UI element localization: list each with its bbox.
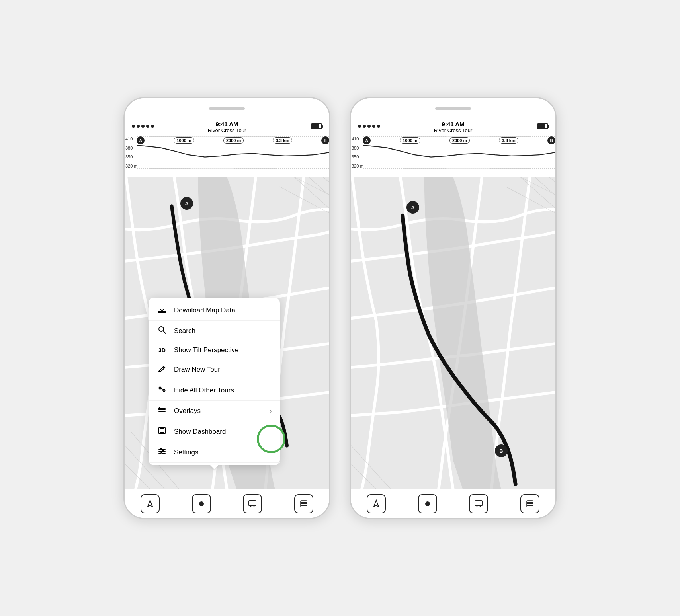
menu-item-hide[interactable]: Hide All Other Tours [149, 380, 280, 401]
battery-1 [311, 123, 322, 129]
overlays-icon [156, 405, 168, 416]
map-svg-bg-2 [351, 177, 555, 489]
dashboard-icon [156, 426, 168, 437]
point-a-elev-2: A [363, 136, 371, 144]
tab-chat-1[interactable] [243, 494, 262, 513]
point-b-elev-1: B [321, 136, 329, 144]
svg-rect-22 [160, 429, 164, 433]
search-icon [156, 326, 168, 336]
elevation-chart-1: 410 380 350 320 m A 100 [125, 133, 329, 177]
tab-list-1[interactable] [294, 494, 313, 513]
elevation-chart-2: 410 380 350 320 m A 1000 m 2000 [351, 133, 555, 177]
tab-chat-2[interactable] [469, 494, 488, 513]
map-area-1[interactable]: A Download Map Data [125, 177, 329, 489]
nav-title-1: River Cross Tour [125, 127, 329, 133]
download-icon [156, 305, 168, 316]
chevron-right-icon: › [270, 407, 272, 415]
svg-line-11 [163, 331, 166, 333]
svg-point-28 [162, 451, 164, 452]
status-bar-1: 9:41 AM River Cross Tour [125, 119, 329, 133]
svg-line-12 [163, 367, 164, 368]
status-bar-2: 9:41 AM River Cross Tour [351, 119, 555, 133]
menu-item-download[interactable]: Download Map Data [149, 300, 280, 321]
svg-point-32 [199, 501, 204, 506]
menu-label-settings: Settings [174, 448, 198, 456]
tab-record-2[interactable] [418, 494, 437, 513]
waypoint-a-2: A [406, 201, 419, 214]
hide-tours-icon [156, 385, 168, 396]
phone-content-1: 9:41 AM River Cross Tour 410 380 350 320… [125, 119, 329, 518]
menu-label-download: Download Map Data [174, 306, 235, 314]
menu-tail [210, 465, 218, 469]
svg-point-47 [425, 501, 430, 506]
point-a-elev-1: A [137, 136, 145, 144]
phone-top-bar-1 [125, 98, 329, 119]
dist-markers-1: A 1000 m 2000 m 3.3 km B [137, 136, 329, 144]
nav-title-2: River Cross Tour [351, 127, 555, 133]
tab-record-1[interactable] [192, 494, 211, 513]
waypoint-a-1: A [180, 197, 193, 210]
tab-location-1[interactable] [141, 494, 160, 513]
svg-point-25 [160, 449, 162, 450]
menu-item-tilt[interactable]: 3D Show Tilt Perspective [149, 341, 280, 359]
menu-label-tilt: Show Tilt Perspective [174, 346, 239, 354]
battery-2 [537, 123, 548, 129]
draw-icon [156, 364, 168, 375]
elev-labels-2: 410 380 350 320 m [352, 136, 364, 168]
menu-label-search: Search [174, 327, 195, 335]
status-time-1: 9:41 AM [125, 121, 329, 127]
menu-item-overlays[interactable]: Overlays › [149, 401, 280, 421]
settings-icon [156, 447, 168, 458]
tab-bar-2 [351, 489, 555, 518]
phone-top-bar-2 [351, 98, 555, 119]
dist-markers-2: A 1000 m 2000 m 3.3 km B [363, 136, 555, 144]
svg-line-19 [159, 407, 160, 408]
tab-bar-1 [125, 489, 329, 518]
svg-rect-33 [249, 501, 256, 506]
svg-rect-48 [475, 501, 482, 506]
menu-label-draw: Draw New Tour [174, 366, 220, 374]
scene: 9:41 AM River Cross Tour 410 380 350 320… [107, 81, 573, 535]
elev-labels-1: 410 380 350 320 m [125, 136, 138, 168]
home-indicator [209, 107, 245, 110]
status-time-2: 9:41 AM [351, 121, 555, 127]
menu-label-dashboard: Show Dashboard [174, 428, 226, 436]
phone-content-2: 9:41 AM River Cross Tour 410 380 350 320… [351, 119, 555, 518]
tab-location-2[interactable] [367, 494, 386, 513]
phone-2: 9:41 AM River Cross Tour 410 380 350 320… [350, 97, 557, 519]
tilt-icon: 3D [156, 347, 168, 353]
phone-1: 9:41 AM River Cross Tour 410 380 350 320… [123, 97, 330, 519]
menu-label-overlays: Overlays [174, 407, 201, 415]
svg-point-31 [161, 453, 162, 454]
map-area-2[interactable]: A B [351, 177, 555, 489]
menu-label-hide: Hide All Other Tours [174, 386, 234, 394]
tab-list-2[interactable] [520, 494, 539, 513]
svg-line-15 [161, 388, 163, 390]
menu-item-search[interactable]: Search [149, 321, 280, 341]
touch-indicator [257, 425, 285, 453]
point-b-elev-2: B [547, 136, 555, 144]
svg-line-20 [159, 409, 160, 410]
menu-item-draw[interactable]: Draw New Tour [149, 359, 280, 380]
svg-point-10 [159, 327, 164, 331]
waypoint-b-2: B [495, 444, 508, 457]
home-indicator-2 [435, 107, 471, 110]
